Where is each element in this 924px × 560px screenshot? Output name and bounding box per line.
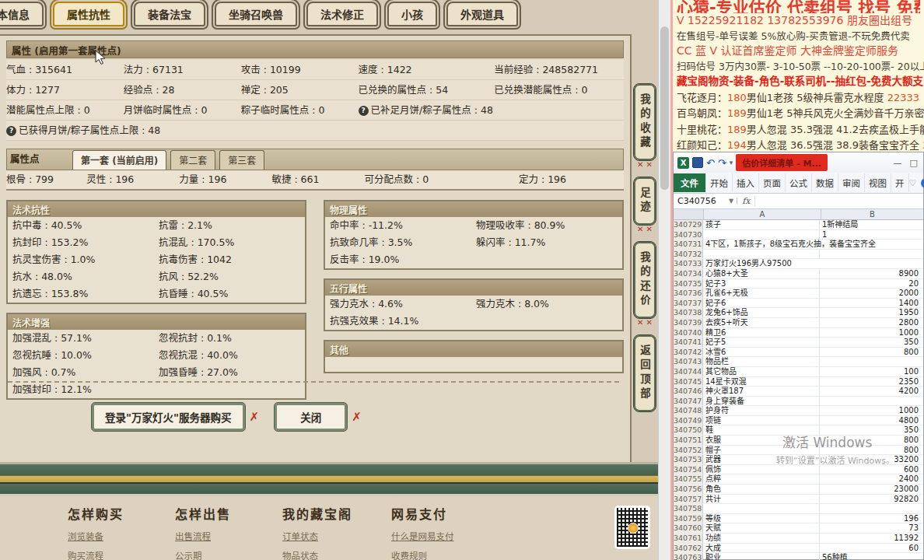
cell-a[interactable]: 妃子5 [703, 338, 820, 347]
table-row[interactable]: 340749项链4800 [674, 416, 923, 426]
tab-基本信息[interactable]: 基本信息 [0, 2, 44, 26]
table-row[interactable]: 340740精卫61000 [674, 328, 923, 338]
cell-a[interactable]: 4下区，1新孩子，8级宝石克火抽，装备宝宝齐全 [703, 240, 820, 249]
cell-b[interactable]: 2350 [820, 377, 922, 387]
row-number[interactable]: 340744 [674, 367, 703, 376]
table-row[interactable]: 340732 [674, 250, 923, 260]
quick-access-dropdown-icon[interactable]: ▾ [730, 159, 733, 166]
cell-b[interactable]: 4200 [820, 387, 922, 396]
cell-b[interactable]: 600 [820, 465, 922, 474]
table-row[interactable]: 340733万家灯火196男人97500 [674, 259, 923, 269]
table-row[interactable]: 340763职业56种植 [674, 553, 923, 560]
cell-a[interactable]: 角色 [703, 485, 820, 494]
ribbon-tab-审阅[interactable]: 审阅 [838, 173, 865, 192]
cell-a[interactable]: 14星卡双混 [703, 377, 820, 387]
table-row[interactable]: 340743物品栏 [674, 357, 923, 367]
help-icon[interactable]: ? [921, 178, 924, 188]
footer-link[interactable]: 公示期 [175, 549, 284, 560]
select-all-corner[interactable] [674, 209, 704, 219]
cell-a[interactable]: 点粹 [703, 474, 820, 484]
row-number[interactable]: 340738 [674, 308, 703, 317]
row-number[interactable]: 340741 [674, 338, 703, 347]
row-number[interactable]: 340736 [674, 289, 703, 298]
cell-b[interactable]: 2800 [820, 318, 922, 327]
tab-法术修正[interactable]: 法术修正 [306, 2, 378, 26]
table-row[interactable]: 340739去疾5+听天2800 [674, 318, 923, 328]
cell-a[interactable] [703, 250, 820, 259]
table-row[interactable]: 340754佩饰600 [674, 465, 923, 475]
tab-属性抗性[interactable]: 属性抗性 [53, 2, 124, 26]
table-row[interactable]: 3407314下区，1新孩子，8级宝石克火抽，装备宝宝齐全 [674, 240, 923, 250]
ribbon-tab-开始[interactable]: 开始 [706, 173, 733, 192]
ribbon-tab-文件[interactable]: 文件 [674, 173, 706, 192]
cell-b[interactable]: 1000 [820, 328, 922, 338]
points-tab[interactable]: 第一套 (当前启用) [72, 150, 166, 170]
cell-b[interactable]: 4800 [820, 416, 922, 425]
row-number[interactable]: 340750 [674, 425, 703, 435]
cell-a[interactable]: 心猿8+大圣 [703, 269, 820, 278]
points-tab[interactable]: 第三套 [219, 150, 264, 170]
cell-b[interactable]: 1000 [820, 406, 922, 415]
table-row[interactable]: 340736孔雀6+无极2000 [674, 289, 923, 299]
table-row[interactable]: 340757共计92820 [674, 495, 923, 505]
cell-a[interactable]: 妃子6 [703, 299, 820, 308]
cell-b[interactable] [820, 357, 922, 366]
spreadsheet-grid[interactable]: 激活 Windows 转到“设置”以激活 Windows。 340729孩子1新… [674, 220, 923, 560]
table-row[interactable]: 340738龙兔6+饰品1950 [674, 308, 923, 318]
fx-icon[interactable]: fx [737, 196, 755, 206]
browser-scrollbar[interactable] [658, 0, 670, 560]
row-number[interactable]: 340746 [674, 387, 703, 396]
table-row[interactable]: 34074514星卡双混2350 [674, 377, 923, 387]
cell-b[interactable]: 1 [820, 230, 922, 240]
cell-b[interactable]: 196 [820, 514, 922, 523]
cell-b[interactable]: 1950 [820, 308, 922, 317]
table-row[interactable]: 3407301 [674, 230, 923, 240]
row-number[interactable]: 340729 [674, 220, 703, 229]
cell-a[interactable]: 大成 [703, 544, 820, 553]
row-number[interactable]: 340733 [674, 259, 703, 268]
cell-b[interactable]: 73 [820, 523, 922, 533]
cell-b[interactable] [820, 259, 922, 268]
cell-a[interactable]: 天赋 [703, 523, 820, 533]
row-number[interactable]: 340742 [674, 348, 703, 357]
cell-b[interactable]: 8900 [820, 269, 922, 278]
cell-a[interactable]: 佩饰 [703, 465, 820, 474]
cell-a[interactable]: 等级 [703, 514, 820, 523]
tab-坐骑召唤兽[interactable]: 坐骑召唤兽 [215, 2, 297, 26]
column-header-a[interactable]: A [704, 209, 821, 219]
footer-link[interactable]: 浏览装备 [68, 530, 177, 542]
cell-b[interactable]: 800 [820, 348, 922, 357]
cell-b[interactable]: 350 [820, 338, 922, 347]
ribbon-tab-插入[interactable]: 插入 [733, 173, 759, 192]
row-number[interactable]: 340740 [674, 328, 703, 338]
cell-b[interactable] [820, 504, 922, 513]
cell-b[interactable]: 11392 [820, 534, 922, 543]
cell-name-box[interactable]: C340756 [674, 196, 729, 206]
row-number[interactable]: 340739 [674, 318, 703, 327]
row-number[interactable]: 340752 [674, 446, 703, 455]
row-number[interactable]: 340762 [674, 544, 703, 553]
cell-b[interactable]: 1400 [820, 299, 922, 308]
row-number[interactable]: 340734 [674, 269, 703, 278]
row-number[interactable]: 340761 [674, 534, 703, 543]
ribbon-tab-开[interactable]: 开 [891, 173, 909, 192]
table-row[interactable]: 340737妃子61400 [674, 299, 923, 309]
cell-a[interactable]: 去疾5+听天 [703, 318, 820, 327]
maximize-window-icon[interactable]: □ [910, 158, 918, 168]
row-number[interactable]: 340754 [674, 465, 703, 474]
cell-a[interactable]: 护身符 [703, 406, 820, 415]
row-number[interactable]: 340753 [674, 455, 703, 464]
table-row[interactable]: 340760天赋73 [674, 523, 923, 534]
points-tab[interactable]: 第二套 [170, 150, 215, 170]
table-row[interactable]: 340755点粹2400 [674, 474, 923, 485]
table-row[interactable]: 340762大成60 [674, 544, 923, 554]
heart-icon[interactable]: ♡ [909, 178, 917, 188]
name-box-dropdown-icon[interactable]: ▼ [729, 198, 737, 205]
table-row[interactable]: 340744其它物品100 [674, 367, 923, 377]
row-number[interactable]: 340758 [674, 504, 703, 513]
side-tab-我的还价[interactable]: 我的还价 [634, 242, 656, 318]
cell-a[interactable]: 孔雀6+无极 [703, 289, 820, 298]
row-number[interactable]: 340732 [674, 250, 703, 259]
tab-装备法宝[interactable]: 装备法宝 [134, 2, 205, 26]
cell-b[interactable]: 92820 [820, 495, 922, 504]
